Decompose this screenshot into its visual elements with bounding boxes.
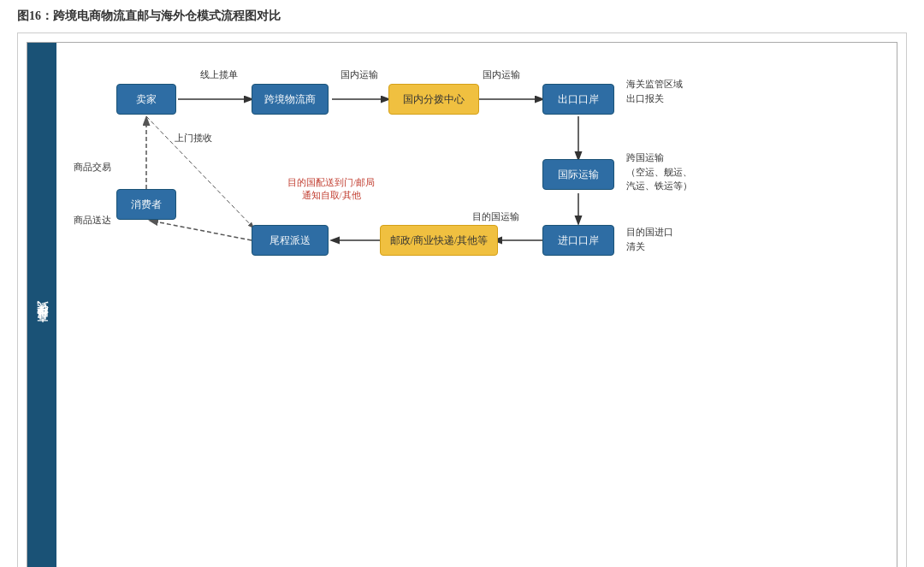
label-s1-goods-trade: 商品交易	[74, 161, 111, 174]
sidenote-s1-intl: 跨国运输（空运、舰运、汽运、铁运等）	[626, 151, 692, 193]
sidenote-s1-customs: 海关监管区域出口报关	[626, 77, 683, 105]
label-s1-domestic-transport1: 国内运输	[341, 68, 378, 81]
label-s1-online-order: 线上揽单	[200, 68, 238, 81]
sidenote-s1-dest-customs: 目的国进口清关	[626, 225, 673, 253]
box-s1-consumer: 消费者	[116, 189, 176, 220]
section1-content: 卖家 跨境物流商 国内分拨中心 出口口岸 消费者 国际运输 尾程派送 邮政/商业…	[56, 43, 897, 567]
box-s1-import-port: 进口口岸	[542, 225, 614, 256]
svg-line-7	[151, 221, 252, 240]
page-title: 图16：跨境电商物流直邮与海外仓模式流程图对比	[17, 9, 907, 24]
label-s1-domestic-transport2: 国内运输	[483, 68, 520, 81]
label-s1-pickup: 上门揽收	[175, 132, 212, 145]
box-s1-seller: 卖家	[116, 84, 176, 115]
page-container: 图16：跨境电商物流直邮与海外仓模式流程图对比 直邮模式	[17, 9, 907, 567]
section1-label: 直邮模式	[27, 43, 56, 567]
box-s1-logistics: 跨境物流商	[252, 84, 329, 115]
section1: 直邮模式	[27, 42, 897, 567]
box-s1-postal: 邮政/商业快递/其他等	[380, 225, 498, 256]
box-s1-last-mile: 尾程派送	[252, 225, 329, 256]
section1-flow: 卖家 跨境物流商 国内分拨中心 出口口岸 消费者 国际运输 尾程派送 邮政/商业…	[65, 50, 888, 281]
box-s1-export-port: 出口口岸	[542, 84, 614, 115]
box-s1-intl-transport: 国际运输	[542, 159, 614, 190]
label-s1-goods-deliver: 商品送达	[74, 214, 111, 227]
box-s1-domestic-center: 国内分拨中心	[388, 84, 479, 115]
diagram-container: 直邮模式	[17, 32, 907, 567]
label-s1-dest-delivery: 目的国配送到门/邮局通知自取/其他	[287, 176, 375, 203]
label-s1-dest-transport: 目的国运输	[472, 210, 519, 223]
